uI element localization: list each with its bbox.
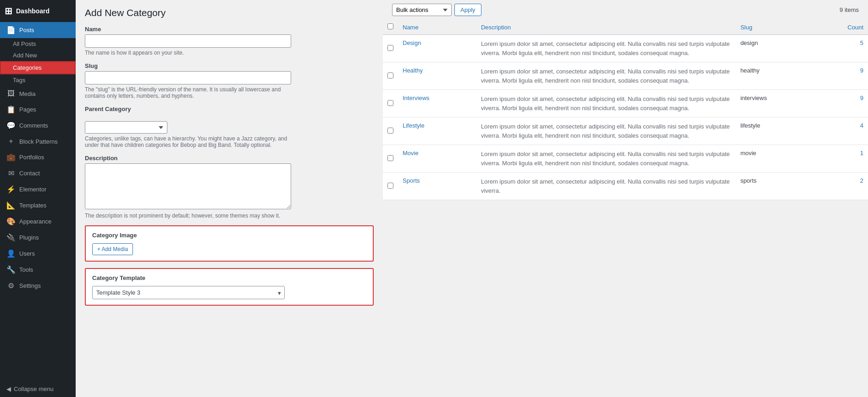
category-count-link[interactable]: 2 [860,177,863,184]
settings-icon: ⚙ [6,281,16,290]
pages-icon: 📋 [6,105,16,114]
sidebar-portfolios-label: Portfolios [19,154,44,161]
sidebar-plugins-label: Plugins [19,234,39,241]
table-row: Design Lorem ipsum dolor sit amet, conse… [383,35,868,62]
select-all-checkbox[interactable] [387,23,393,29]
collapse-icon: ◀ [6,386,11,392]
category-image-label: Category Image [92,232,366,239]
col-header-check [383,20,398,35]
category-name-link[interactable]: Sports [403,177,420,184]
categories-table: Name Description Slug Count Design Lorem… [383,20,868,200]
parent-hint: Categories, unlike tags, can have a hier… [85,135,291,148]
sidebar-item-contact[interactable]: ✉ Contact [0,165,76,181]
row-checkbox[interactable] [387,128,393,134]
row-name-cell: Movie [398,145,476,173]
table-row: Interviews Lorem ipsum dolor sit amet, c… [383,90,868,117]
sidebar-subitem-categories[interactable]: Categories [0,61,76,74]
category-name-link[interactable]: Lifestyle [403,122,425,129]
category-name-link[interactable]: Design [403,39,421,46]
row-count-cell: 9 [813,62,868,90]
category-name-link[interactable]: Healthy [403,67,423,74]
row-checkbox[interactable] [387,45,393,51]
row-count-cell: 1 [813,145,868,173]
slug-input[interactable] [85,71,291,84]
sidebar-media-label: Media [19,90,35,97]
apply-button[interactable]: Apply [454,4,481,16]
parent-category-group: Parent Category Categories, unlike tags,… [85,106,374,148]
row-checkbox[interactable] [387,100,393,106]
category-count-link[interactable]: 1 [860,150,863,157]
bulk-actions-select[interactable]: Bulk actions [392,4,452,16]
sidebar-item-block-patterns[interactable]: + Block Patterns [0,134,76,149]
plugins-icon: 🔌 [6,233,16,242]
row-count-cell: 5 [813,35,868,62]
media-icon: 🖼 [6,89,16,98]
col-header-slug[interactable]: Slug [736,20,813,35]
sidebar-item-users[interactable]: 👤 Users [0,246,76,262]
sidebar-item-templates[interactable]: 📐 Templates [0,197,76,213]
row-checkbox[interactable] [387,155,393,161]
collapse-menu-button[interactable]: ◀ Collapse menu [0,381,76,397]
slug-hint: The "slug" is the URL-friendly version o… [85,86,291,99]
sidebar-subitem-all-posts[interactable]: All Posts [0,38,76,50]
collapse-label: Collapse menu [14,386,54,392]
add-media-button[interactable]: + Add Media [92,243,133,255]
sidebar-item-appearance[interactable]: 🎨 Appearance [0,213,76,229]
sidebar-item-plugins[interactable]: 🔌 Plugins [0,229,76,246]
col-header-description[interactable]: Description [476,20,736,35]
name-input[interactable] [85,34,291,48]
sidebar-logo: ⊞ Dashboard [0,0,76,22]
table-header: Name Description Slug Count [383,20,868,35]
category-count-link[interactable]: 5 [860,39,863,46]
row-slug-cell: sports [736,173,813,200]
tools-icon: 🔧 [6,265,16,274]
parent-category-select[interactable] [85,121,167,134]
sidebar-item-settings[interactable]: ⚙ Settings [0,278,76,294]
row-count-cell: 4 [813,117,868,145]
table-body: Design Lorem ipsum dolor sit amet, conse… [383,35,868,200]
category-name-link[interactable]: Movie [403,150,419,157]
users-icon: 👤 [6,249,16,258]
row-checkbox[interactable] [387,73,393,78]
sidebar-item-comments[interactable]: 💬 Comments [0,117,76,134]
sidebar-subitem-add-new[interactable]: Add New [0,50,76,61]
category-name-link[interactable]: Interviews [403,95,430,101]
sidebar-item-media[interactable]: 🖼 Media [0,86,76,101]
row-name-cell: Lifestyle [398,117,476,145]
template-style-select[interactable]: Template Style 1 Template Style 2 Templa… [92,286,285,299]
portfolios-icon: 💼 [6,153,16,162]
row-checkbox-cell [383,173,398,200]
sidebar-item-elementor[interactable]: ⚡ Elementor [0,181,76,197]
sidebar-comments-label: Comments [19,122,48,129]
row-checkbox-cell [383,35,398,62]
row-description-cell: Lorem ipsum dolor sit amet, consectetur … [476,173,736,200]
category-count-link[interactable]: 9 [860,95,863,101]
parent-category-label: Parent Category [85,106,374,112]
sidebar-users-label: Users [19,250,35,257]
row-description-cell: Lorem ipsum dolor sit amet, consectetur … [476,35,736,62]
col-header-count[interactable]: Count [813,20,868,35]
slug-field-group: Slug The "slug" is the URL-friendly vers… [85,62,374,99]
sidebar-posts-label: Posts [19,27,34,34]
sidebar-subitem-tags[interactable]: Tags [0,74,76,86]
wp-logo-icon: ⊞ [5,6,12,17]
sidebar-item-portfolios[interactable]: 💼 Portfolios [0,149,76,165]
description-label: Description [85,155,374,162]
posts-icon: 📄 [6,26,16,34]
category-count-link[interactable]: 9 [860,67,863,74]
sidebar-item-posts[interactable]: 📄 Posts [0,22,76,38]
sidebar-item-tools[interactable]: 🔧 Tools [0,262,76,278]
sidebar-item-pages[interactable]: 📋 Pages [0,101,76,117]
row-checkbox-cell [383,117,398,145]
category-template-section: Category Template Template Style 1 Templ… [85,268,374,306]
row-name-cell: Design [398,35,476,62]
row-count-cell: 9 [813,90,868,117]
category-count-link[interactable]: 4 [860,122,863,129]
description-textarea[interactable] [85,163,291,209]
items-count: 9 items [840,6,859,13]
row-slug-cell: healthy [736,62,813,90]
col-header-name[interactable]: Name [398,20,476,35]
table-row: Sports Lorem ipsum dolor sit amet, conse… [383,173,868,200]
row-checkbox[interactable] [387,183,393,189]
template-select-wrapper: Template Style 1 Template Style 2 Templa… [92,286,285,299]
